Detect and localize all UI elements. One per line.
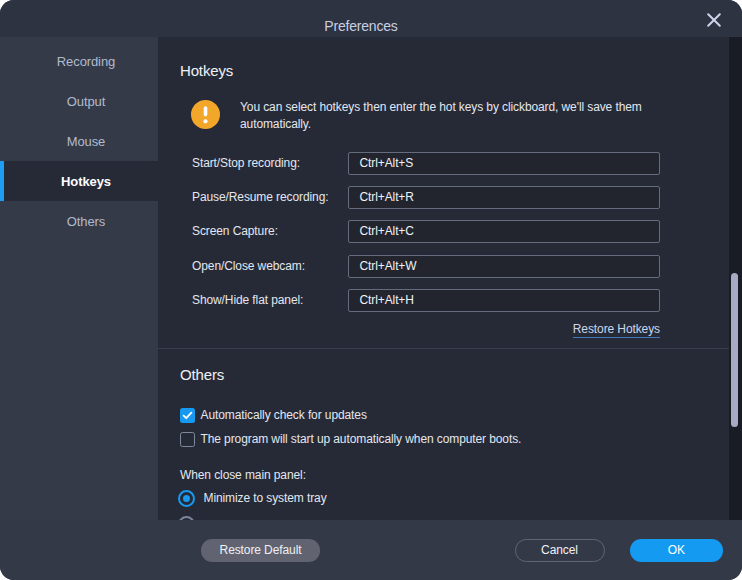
hotkey-label: Screen Capture: (192, 220, 278, 243)
selection-bar (0, 161, 4, 201)
scrollbar-thumb[interactable] (731, 273, 738, 427)
checkbox-label[interactable]: The program will start up automatically … (201, 432, 522, 446)
radio-label[interactable]: Minimize to system tray (204, 491, 327, 505)
hotkey-label: Start/Stop recording: (192, 152, 300, 175)
restore-hotkeys-link[interactable]: Restore Hotkeys (573, 322, 660, 338)
notice-text: You can select hotkeys then enter the ho… (240, 99, 642, 134)
notice-line-2: automatically. (240, 116, 642, 133)
hotkey-input-webcam[interactable]: Ctrl+Alt+W (348, 255, 660, 278)
sidebar-item-recording[interactable]: Recording (0, 41, 158, 81)
cancel-button[interactable]: Cancel (515, 539, 605, 562)
hotkeys-section-title: Hotkeys (180, 62, 233, 79)
sidebar-item-label: Recording (57, 54, 115, 69)
checkbox-auto-update[interactable] (180, 408, 195, 423)
sidebar-item-others[interactable]: Others (0, 201, 158, 241)
scrollbar-track[interactable] (729, 37, 742, 520)
warning-icon (191, 100, 220, 129)
dialog-title: Preferences (0, 18, 722, 34)
hotkey-label: Open/Close webcam: (192, 255, 305, 278)
close-button[interactable] (699, 6, 729, 34)
others-section-title: Others (180, 366, 224, 383)
check-icon (182, 410, 193, 421)
sidebar-item-label: Others (67, 214, 105, 229)
preferences-dialog: Preferences Recording Output Mouse Hotke… (0, 0, 742, 580)
hotkey-label: Pause/Resume recording: (192, 186, 328, 209)
content-panel: Hotkeys You can select hotkeys then ente… (158, 37, 742, 520)
hotkey-label: Show/Hide flat panel: (192, 289, 303, 312)
notice-line-1: You can select hotkeys then enter the ho… (240, 99, 642, 116)
hotkey-input-screen-capture[interactable]: Ctrl+Alt+C (348, 220, 660, 243)
restore-default-button[interactable]: Restore Default (201, 539, 320, 562)
radio-dot (183, 495, 190, 502)
sidebar-item-mouse[interactable]: Mouse (0, 121, 158, 161)
section-divider (158, 348, 729, 349)
title-bar: Preferences (0, 0, 742, 37)
sidebar-item-label: Output (67, 94, 105, 109)
sidebar-item-label: Mouse (67, 134, 106, 149)
radio-minimize-to-tray[interactable] (178, 490, 195, 507)
sidebar: Recording Output Mouse Hotkeys Others (0, 37, 158, 520)
footer-bar: Restore Default Cancel OK (0, 520, 742, 580)
close-icon (706, 12, 722, 28)
sidebar-item-hotkeys[interactable]: Hotkeys (0, 161, 158, 201)
close-panel-label: When close main panel: (180, 468, 306, 482)
hotkey-input-start-stop[interactable]: Ctrl+Alt+S (348, 152, 660, 175)
sidebar-item-output[interactable]: Output (0, 81, 158, 121)
checkbox-label[interactable]: Automatically check for updates (201, 408, 367, 422)
ok-button[interactable]: OK (630, 539, 723, 562)
sidebar-item-label: Hotkeys (61, 174, 111, 189)
checkbox-auto-start[interactable] (180, 432, 195, 447)
hotkey-input-pause-resume[interactable]: Ctrl+Alt+R (348, 186, 660, 209)
hotkey-input-flat-panel[interactable]: Ctrl+Alt+H (348, 289, 660, 312)
